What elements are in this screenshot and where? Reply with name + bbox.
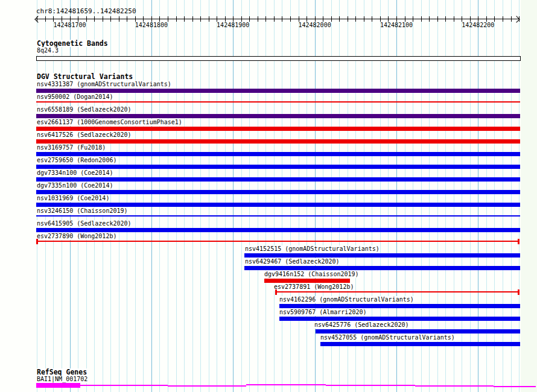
ruler-tick <box>315 16 316 22</box>
variant-endcap-right[interactable] <box>518 239 520 244</box>
variant-label[interactable]: esv2661137 (1000GenomesConsortiumPhase1) <box>36 119 183 126</box>
variant-label[interactable]: dgv7335n100 (Coe2014) <box>36 182 113 189</box>
section-title-dgv-structural-variants: DGV Structural Variants <box>36 73 133 80</box>
ruler-tick <box>282 16 282 22</box>
ruler-tick <box>503 16 503 22</box>
variant-endcap-left[interactable] <box>36 239 38 244</box>
ruler-tick <box>53 16 54 22</box>
ruler-tick <box>396 16 397 22</box>
variant-label[interactable]: esv2737891 (Wong2012b) <box>273 283 354 291</box>
ruler-tick <box>135 16 136 22</box>
ruler-tick <box>405 16 405 22</box>
ruler-tick <box>119 16 119 22</box>
variant-bar[interactable] <box>36 152 520 156</box>
ruler-tick <box>339 16 340 22</box>
variant-bar[interactable] <box>36 165 520 169</box>
section-title-refseq-genes: RefSeq Genes <box>36 368 87 376</box>
variant-bar[interactable] <box>36 190 520 194</box>
variant-endcap-right[interactable] <box>518 289 520 295</box>
gene-intron-segment[interactable] <box>80 385 168 386</box>
variant-bar[interactable] <box>244 253 520 258</box>
ruler-tick <box>462 16 462 22</box>
ruler-tick <box>478 16 478 22</box>
variant-bar[interactable] <box>36 215 520 217</box>
variant-label[interactable]: dgv7334n100 (Coe2014) <box>36 169 113 177</box>
variant-label[interactable]: esv2759650 (Redon2006) <box>36 157 117 164</box>
variant-bar[interactable] <box>36 114 520 118</box>
ruler-tick <box>241 16 242 22</box>
ruler-tick <box>274 16 275 22</box>
tick-label: 142481800 <box>135 22 168 29</box>
ruler-tick <box>176 16 177 22</box>
ruler-tick <box>159 16 160 22</box>
gene-intron-segment[interactable] <box>415 385 494 387</box>
variant-label[interactable]: esv2737890 (Wong2012b) <box>36 233 117 240</box>
ruler-tick <box>511 16 512 22</box>
ruler-tick <box>217 16 217 22</box>
ruler-tick <box>37 16 37 22</box>
ruler-tick <box>519 16 520 22</box>
ruler-tick <box>380 16 381 22</box>
variant-label[interactable]: nsv6417526 (Sedlazeck2020) <box>36 131 132 139</box>
ruler-tick <box>86 16 87 22</box>
variant-bar[interactable] <box>36 241 520 242</box>
variant-bar[interactable] <box>36 177 520 182</box>
ruler-tick <box>192 16 193 22</box>
ruler-tick <box>486 16 487 22</box>
gene-intron-segment[interactable] <box>168 385 246 387</box>
variant-bar[interactable] <box>36 127 520 131</box>
ruler-tick <box>323 16 323 22</box>
variant-bar[interactable] <box>275 291 520 292</box>
variant-bar[interactable] <box>279 304 520 308</box>
ruler-line <box>36 19 519 19</box>
variant-label[interactable]: nsv6415905 (Sedlazeck2020) <box>36 220 132 227</box>
tick-label: 142481700 <box>53 22 86 29</box>
cytoband-bar[interactable] <box>36 56 521 61</box>
gene-exon[interactable] <box>36 383 80 388</box>
variant-bar[interactable] <box>320 342 520 346</box>
variant-endcap-left[interactable] <box>275 289 277 295</box>
tick-label: 142482100 <box>380 22 413 29</box>
ruler-tick <box>413 16 413 22</box>
variant-bar[interactable] <box>36 203 520 207</box>
genome-browser: chr8:142481659..142482250 14248170014248… <box>0 0 537 392</box>
variant-label[interactable]: nsv6558189 (Sedlazeck2020) <box>36 106 132 113</box>
ruler-tick <box>470 16 471 22</box>
variant-bar[interactable] <box>264 279 350 283</box>
variant-label[interactable]: nsv6429467 (Sedlazeck2020) <box>244 258 340 265</box>
gene-label[interactable]: BAI1|NM_001702 <box>36 376 88 383</box>
ruler-tick <box>355 16 356 22</box>
variant-label[interactable]: nsv6425776 (Sedlazeck2020) <box>314 321 410 329</box>
tick-label: 142482000 <box>299 22 331 29</box>
variant-bar[interactable] <box>36 228 520 232</box>
gene-intron-segment[interactable] <box>326 385 415 386</box>
ruler-tick <box>70 16 71 22</box>
variant-bar[interactable] <box>316 329 520 334</box>
variant-bar[interactable] <box>244 266 520 270</box>
variant-label[interactable]: nsv4527055 (gnomADStructuralVariants) <box>320 334 456 341</box>
variant-bar[interactable] <box>279 317 520 321</box>
ruler-tick <box>200 16 201 22</box>
ruler-tick <box>445 16 446 22</box>
ruler-tick <box>45 16 46 22</box>
variant-label[interactable]: nsv1031969 (Coe2014) <box>36 195 110 202</box>
gene-intron-segment[interactable] <box>246 384 326 385</box>
variant-label[interactable]: nsv3246150 (Chaisson2019) <box>36 207 129 215</box>
ruler-tick <box>429 16 430 22</box>
gene-intron-segment[interactable] <box>494 386 536 387</box>
variant-bar[interactable] <box>36 89 520 93</box>
ruler-tick <box>265 16 266 22</box>
variant-label[interactable]: nsv5909767 (Almarri2020) <box>279 309 367 316</box>
variant-label[interactable]: nsv4162296 (gnomADStructuralVariants) <box>279 296 415 303</box>
variant-label[interactable]: nsv4331387 (gnomADStructuralVariants) <box>36 81 172 88</box>
variant-label[interactable]: nsv3169757 (Fu2018) <box>36 144 106 151</box>
variant-bar[interactable] <box>36 101 520 103</box>
variant-bar[interactable] <box>36 139 520 144</box>
ruler-tick <box>299 16 299 22</box>
variant-label[interactable]: nsv950002 (Dogan2014) <box>36 93 113 101</box>
ruler-tick <box>454 16 454 22</box>
variant-label[interactable]: dgv9416n152 (Chaisson2019) <box>264 271 360 278</box>
variant-label[interactable]: nsv4152515 (gnomADStructuralVariants) <box>244 245 380 253</box>
ruler-tick <box>290 16 291 22</box>
section-title-cytogenetic-bands: Cytogenetic Bands <box>36 40 109 47</box>
